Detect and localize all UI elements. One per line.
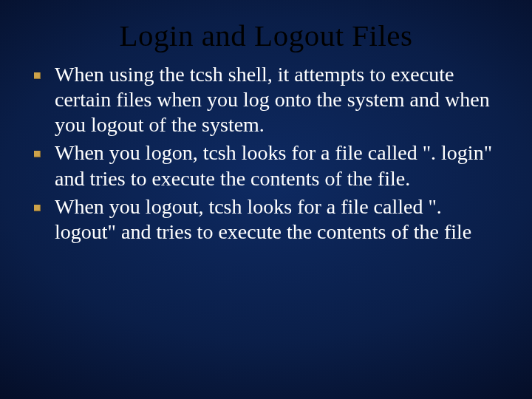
square-bullet-icon	[34, 205, 41, 211]
list-item-text: When you logon, tcsh looks for a file ca…	[55, 141, 492, 189]
list-item: When you logon, tcsh looks for a file ca…	[30, 140, 499, 191]
square-bullet-icon	[34, 72, 41, 79]
bullet-list: When using the tcsh shell, it attempts t…	[28, 62, 504, 245]
slide-title: Login and Logout Files	[28, 18, 504, 53]
list-item: When you logout, tcsh looks for a file c…	[30, 194, 499, 245]
square-bullet-icon	[34, 151, 41, 157]
list-item-text: When using the tcsh shell, it attempts t…	[55, 63, 490, 136]
list-item-text: When you logout, tcsh looks for a file c…	[55, 195, 471, 243]
slide: Login and Logout Files When using the tc…	[0, 0, 532, 399]
list-item: When using the tcsh shell, it attempts t…	[30, 62, 499, 137]
